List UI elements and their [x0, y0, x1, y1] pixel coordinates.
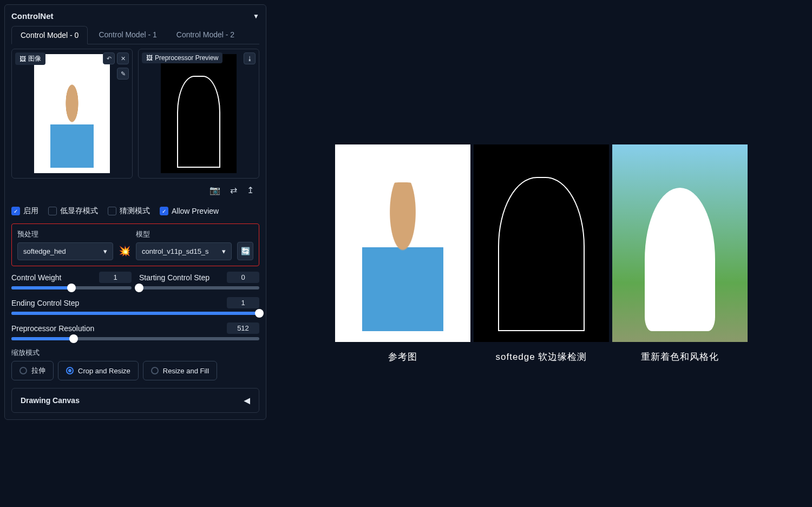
preproc-model-group: 预处理 softedge_hed ▾ 💥 模型 control_v11p_sd1…	[11, 223, 259, 266]
chevron-down-icon: ▾	[222, 247, 226, 255]
caret-left-icon: ◀	[244, 396, 250, 405]
preproc-label: 预处理	[17, 229, 113, 239]
drawing-canvas-toggle[interactable]: Drawing Canvas ◀	[11, 388, 259, 413]
input-image-placeholder	[34, 54, 110, 173]
preview-image-placeholder	[161, 54, 237, 173]
close-icon[interactable]: ✕	[117, 52, 129, 64]
preproc-res-slider[interactable]: Preprocessor Resolution 512	[11, 322, 259, 340]
refresh-model-button[interactable]: 🔄	[237, 242, 253, 260]
resize-opt-stretch[interactable]: 拉伸	[11, 361, 54, 380]
guess-checkbox[interactable]: 猜测模式	[108, 206, 150, 216]
showcase-area: 参考图 softedge 软边缘检测 重新着色和风格化	[271, 0, 812, 507]
preproc-dropdown[interactable]: softedge_hed ▾	[17, 242, 113, 260]
preview-image-label: 🖼 Preprocessor Preview	[142, 52, 222, 63]
input-image-label: 🖼 图像	[15, 52, 45, 65]
resize-mode-group: 缩放模式 拉伸 Crop and Resize Resize and Fill	[11, 348, 259, 380]
tab-model-0[interactable]: Control Model - 0	[11, 26, 88, 44]
image-actions: 📷 ⇄ ↥	[11, 183, 259, 202]
showcase-softedge-image	[474, 144, 609, 342]
showcase-reference-image	[335, 144, 470, 342]
enable-checkbox[interactable]: ✓启用	[11, 206, 38, 216]
refresh-icon: 🔄	[241, 247, 250, 255]
start-step-slider[interactable]: Starting Control Step 0	[139, 272, 259, 289]
camera-icon[interactable]: 📷	[209, 185, 220, 195]
tab-model-2[interactable]: Control Model - 2	[168, 26, 243, 44]
showcase-caption: 重新着色和风格化	[641, 351, 719, 363]
tab-model-1[interactable]: Control Model - 1	[90, 26, 165, 44]
download-icon[interactable]: ⭳	[244, 52, 256, 64]
undo-icon[interactable]: ↶	[103, 52, 115, 64]
chevron-down-icon: ▾	[103, 247, 107, 255]
allow-preview-checkbox[interactable]: ✓Allow Preview	[160, 206, 219, 216]
image-icon: 🖼	[146, 54, 153, 62]
panel-title: ControlNet	[11, 11, 54, 21]
edit-icon[interactable]: ✎	[117, 68, 129, 80]
collapse-caret-icon[interactable]: ▼	[253, 12, 259, 20]
upload-icon[interactable]: ↥	[247, 185, 254, 195]
swap-icon[interactable]: ⇄	[230, 185, 237, 195]
showcase-stylized-image	[612, 144, 748, 342]
resize-opt-crop[interactable]: Crop and Resize	[58, 361, 139, 380]
input-image-card[interactable]: 🖼 图像 ↶ ✕ ✎	[11, 49, 133, 179]
model-dropdown[interactable]: control_v11p_sd15_s ▾	[136, 242, 232, 260]
showcase-caption: softedge 软边缘检测	[496, 351, 587, 363]
image-icon: 🖼	[19, 55, 26, 63]
lowvram-checkbox[interactable]: 低显存模式	[48, 206, 98, 216]
end-step-slider[interactable]: Ending Control Step 1	[11, 297, 259, 315]
control-weight-slider[interactable]: Control Weight 1	[11, 272, 132, 289]
resize-opt-fill[interactable]: Resize and Fill	[143, 361, 217, 380]
preview-image-card[interactable]: 🖼 Preprocessor Preview ⭳	[138, 49, 259, 179]
showcase-caption: 参考图	[388, 351, 417, 363]
explosion-icon[interactable]: 💥	[119, 229, 130, 260]
model-tabs: Control Model - 0 Control Model - 1 Cont…	[11, 26, 259, 44]
model-label: 模型	[136, 229, 232, 239]
controlnet-panel: ControlNet ▼ Control Model - 0 Control M…	[4, 4, 266, 420]
